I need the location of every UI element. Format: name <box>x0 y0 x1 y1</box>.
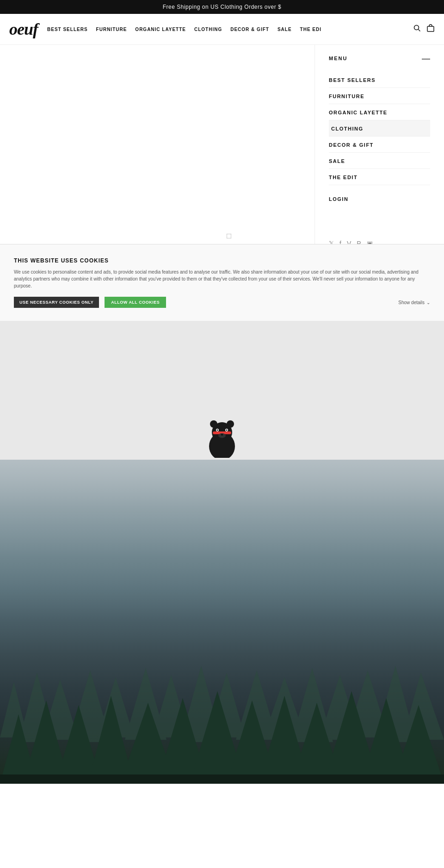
bear-section <box>0 321 444 460</box>
nav-best-sellers[interactable]: BEST SELLERS <box>47 27 88 32</box>
menu-link-best-sellers[interactable]: BEST SELLERS <box>329 77 376 83</box>
nav-the-edit[interactable]: THE EDI <box>300 27 321 32</box>
menu-title: MENU <box>329 56 347 61</box>
menu-item-organic-layette[interactable]: ORGANIC LAYETTE <box>329 104 430 120</box>
pinterest-icon[interactable]: P <box>357 240 361 244</box>
menu-item-furniture[interactable]: FURNITURE <box>329 88 430 104</box>
menu-link-furniture[interactable]: FURNITURE <box>329 94 364 99</box>
cookie-actions: Use necessary cookies only Allow all coo… <box>14 297 430 308</box>
bottom-white-space <box>0 784 444 868</box>
slide-out-menu: MENU — BEST SELLERS FURNITURE ORGANIC LA… <box>314 45 444 244</box>
menu-social: 𝕏 f V P ▣ <box>329 240 430 244</box>
menu-link-clothing[interactable]: CLOTHING <box>331 126 363 131</box>
show-details-label: Show details <box>398 300 425 305</box>
forest-section <box>0 460 444 784</box>
svg-point-17 <box>217 430 218 431</box>
facebook-icon[interactable]: f <box>339 240 341 244</box>
svg-point-12 <box>210 420 217 428</box>
svg-point-18 <box>226 430 228 431</box>
resize-handle-left <box>227 232 231 240</box>
twitter-icon[interactable]: 𝕏 <box>329 240 334 244</box>
menu-login[interactable]: LOGIN <box>329 194 430 203</box>
site-header: oeuf BEST SELLERS FURNITURE ORGANIC LAYE… <box>0 14 444 45</box>
announcement-bar: Free Shipping on US Clothing Orders over… <box>0 0 444 14</box>
menu-header: MENU — <box>329 54 430 62</box>
top-section: MENU — BEST SELLERS FURNITURE ORGANIC LA… <box>0 45 444 244</box>
menu-items-list: BEST SELLERS FURNITURE ORGANIC LAYETTE C… <box>329 72 430 185</box>
cookie-banner: THIS WEBSITE USES COOKIES We use cookies… <box>0 244 444 321</box>
menu-item-clothing[interactable]: CLOTHING <box>329 120 430 137</box>
menu-item-sale[interactable]: SALE <box>329 153 430 169</box>
svg-rect-50 <box>0 774 444 784</box>
svg-rect-6 <box>227 234 231 238</box>
show-details-link[interactable]: Show details ⌄ <box>398 300 430 305</box>
cookie-text: We use cookies to personalise content an… <box>14 269 430 289</box>
menu-close-button[interactable]: — <box>422 54 430 62</box>
main-nav: BEST SELLERS FURNITURE ORGANIC LAYETTE C… <box>47 27 413 32</box>
svg-point-0 <box>414 25 419 30</box>
menu-item-decor-gift[interactable]: DECOR & GIFT <box>329 137 430 153</box>
trees-illustration <box>0 599 444 784</box>
svg-point-20 <box>221 434 223 436</box>
header-icons <box>413 24 435 34</box>
login-link[interactable]: LOGIN <box>329 196 348 202</box>
use-necessary-cookies-button[interactable]: Use necessary cookies only <box>14 297 99 308</box>
menu-link-decor-gift[interactable]: DECOR & GIFT <box>329 142 374 148</box>
cookie-title: THIS WEBSITE USES COOKIES <box>14 257 430 264</box>
bear-figure <box>204 412 240 460</box>
search-icon[interactable] <box>413 25 421 34</box>
menu-link-the-edit[interactable]: THE EDIT <box>329 175 358 180</box>
menu-link-organic-layette[interactable]: ORGANIC LAYETTE <box>329 110 388 115</box>
cart-icon[interactable] <box>426 24 435 34</box>
chevron-down-icon: ⌄ <box>426 300 430 305</box>
vimeo-icon[interactable]: V <box>347 240 351 244</box>
menu-item-best-sellers[interactable]: BEST SELLERS <box>329 72 430 88</box>
svg-point-13 <box>227 420 234 428</box>
bear-illustration <box>204 412 240 458</box>
instagram-icon[interactable]: ▣ <box>367 240 373 244</box>
svg-line-1 <box>419 30 420 31</box>
nav-sale[interactable]: SALE <box>278 27 292 32</box>
nav-decor-gift[interactable]: DECOR & GIFT <box>230 27 269 32</box>
site-logo[interactable]: oeuf <box>9 19 38 39</box>
nav-clothing[interactable]: CLOTHING <box>194 27 222 32</box>
svg-rect-2 <box>427 26 434 31</box>
announcement-text: Free Shipping on US Clothing Orders over… <box>163 4 281 10</box>
nav-organic-layette[interactable]: ORGANIC LAYETTE <box>135 27 186 32</box>
menu-item-the-edit[interactable]: THE EDIT <box>329 169 430 185</box>
menu-link-sale[interactable]: SALE <box>329 158 345 164</box>
nav-furniture[interactable]: FURNITURE <box>96 27 127 32</box>
allow-all-cookies-button[interactable]: Allow all cookies <box>105 297 166 308</box>
